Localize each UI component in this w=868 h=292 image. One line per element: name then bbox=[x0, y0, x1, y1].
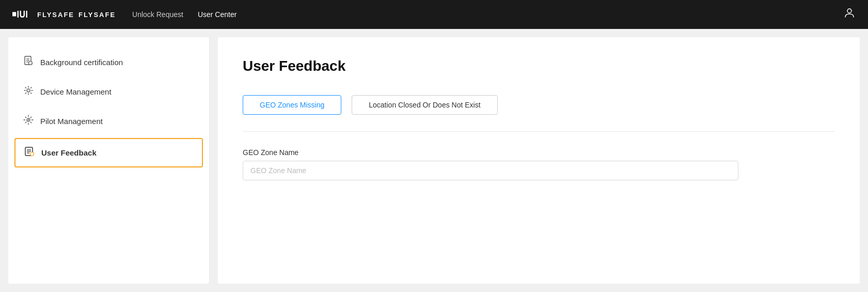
background-cert-icon: ✓ bbox=[23, 56, 34, 69]
device-mgmt-icon bbox=[23, 85, 34, 98]
geo-zone-name-group: GEO Zone Name bbox=[243, 148, 835, 180]
header-left: FLYSAFE FLYSAFE Unlock Request User Cent… bbox=[12, 9, 236, 20]
brand-text: FLYSAFE bbox=[37, 11, 74, 19]
sidebar-item-label-device: Device Management bbox=[40, 87, 112, 96]
svg-point-10 bbox=[27, 89, 30, 92]
pilot-mgmt-icon bbox=[23, 115, 34, 128]
svg-point-17 bbox=[30, 152, 34, 156]
sidebar-item-label-feedback: User Feedback bbox=[41, 148, 97, 157]
sidebar-item-pilot-management[interactable]: Pilot Management bbox=[8, 106, 209, 136]
sidebar-item-label-background: Background certification bbox=[40, 58, 123, 67]
geo-zone-name-label: GEO Zone Name bbox=[243, 148, 835, 157]
sidebar-item-device-management[interactable]: Device Management bbox=[8, 77, 209, 106]
dji-logo-icon bbox=[12, 9, 31, 20]
user-account-icon[interactable] bbox=[843, 7, 856, 22]
logo: FLYSAFE FLYSAFE bbox=[12, 9, 116, 20]
user-feedback-icon bbox=[24, 146, 35, 159]
header: FLYSAFE FLYSAFE Unlock Request User Cent… bbox=[0, 0, 868, 29]
geo-zone-name-input[interactable] bbox=[243, 161, 738, 180]
header-nav: Unlock Request User Center bbox=[132, 10, 236, 19]
brand-label: FLYSAFE bbox=[78, 11, 116, 19]
page-title: User Feedback bbox=[243, 58, 835, 74]
svg-point-3 bbox=[847, 9, 851, 13]
main-content: User Feedback GEO Zones Missing Location… bbox=[218, 37, 860, 284]
sidebar-item-label-pilot: Pilot Management bbox=[40, 117, 103, 126]
nav-user-center[interactable]: User Center bbox=[198, 10, 236, 19]
svg-rect-2 bbox=[26, 11, 27, 18]
sidebar-item-background-certification[interactable]: ✓ Background certification bbox=[8, 48, 209, 77]
tab-location-closed[interactable]: Location Closed Or Does Not Exist bbox=[352, 95, 497, 115]
tab-geo-zones-missing[interactable]: GEO Zones Missing bbox=[243, 95, 341, 115]
svg-rect-0 bbox=[12, 12, 16, 16]
svg-rect-1 bbox=[18, 11, 19, 18]
svg-text:✓: ✓ bbox=[30, 62, 32, 65]
layout: ✓ Background certification Device Manage… bbox=[0, 29, 868, 292]
sidebar-item-user-feedback[interactable]: User Feedback bbox=[14, 138, 203, 167]
nav-unlock-request[interactable]: Unlock Request bbox=[132, 10, 183, 19]
section-divider bbox=[243, 131, 835, 132]
sidebar: ✓ Background certification Device Manage… bbox=[8, 37, 210, 284]
svg-point-12 bbox=[28, 119, 29, 120]
tab-buttons-container: GEO Zones Missing Location Closed Or Doe… bbox=[243, 95, 835, 115]
